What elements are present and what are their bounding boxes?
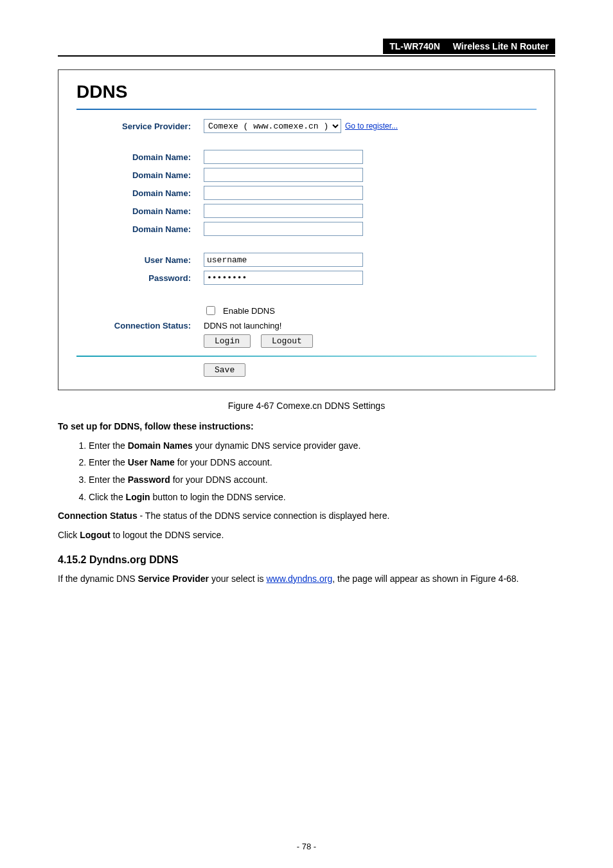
domain-name-input-5[interactable] [204, 222, 363, 236]
domain-name-label-4: Domain Name: [76, 206, 204, 216]
enable-ddns-checkbox[interactable] [206, 306, 215, 315]
dyndns-link[interactable]: www.dyndns.org [267, 574, 333, 584]
panel-title: DDNS [76, 82, 537, 102]
separator-bottom [76, 356, 537, 357]
domain-name-label-1: Domain Name: [76, 152, 204, 162]
subsection-heading: 4.15.2 Dyndns.org DDNS [58, 554, 555, 566]
connection-status-desc: Connection Status - The status of the DD… [58, 509, 555, 523]
logout-button[interactable]: Logout [261, 334, 313, 348]
page-number: - 78 - [0, 842, 613, 851]
domain-name-input-2[interactable] [204, 168, 363, 182]
enable-ddns-label: Enable DDNS [223, 306, 275, 316]
ddns-panel: DDNS Service Provider: Comexe ( www.come… [58, 69, 555, 390]
instructions-heading: To set up for DDNS, follow these instruc… [58, 421, 254, 431]
password-input[interactable] [204, 271, 363, 285]
step-4: Click the Login button to login the DDNS… [89, 491, 555, 505]
connection-status-value: DDNS not launching! [204, 321, 281, 330]
dyndns-paragraph: If the dynamic DNS Service Provider your… [58, 572, 555, 586]
domain-name-input-4[interactable] [204, 204, 363, 218]
step-2: Enter the User Name for your DDNS accoun… [89, 456, 555, 470]
logout-desc: Click Logout to logout the DDNS service. [58, 529, 555, 543]
service-provider-label: Service Provider: [76, 122, 204, 131]
domain-name-label-2: Domain Name: [76, 170, 204, 180]
go-to-register-link[interactable]: Go to register... [345, 122, 398, 131]
separator-top [76, 109, 537, 110]
domain-name-label-3: Domain Name: [76, 188, 204, 198]
user-name-label: User Name: [76, 255, 204, 265]
login-button[interactable]: Login [204, 334, 251, 348]
step-1: Enter the Domain Names your dynamic DNS … [89, 439, 555, 453]
figure-caption: Figure 4-67 Comexe.cn DDNS Settings [58, 401, 555, 411]
header-model: TL-WR740N [383, 39, 447, 54]
domain-name-input-1[interactable] [204, 150, 363, 164]
header-product: Wireless Lite N Router [447, 39, 555, 54]
connection-status-label: Connection Status: [76, 321, 204, 330]
password-label: Password: [76, 273, 204, 283]
step-3: Enter the Password for your DDNS account… [89, 473, 555, 487]
service-provider-select[interactable]: Comexe ( www.comexe.cn ) [204, 119, 341, 133]
domain-name-label-5: Domain Name: [76, 224, 204, 234]
domain-name-input-3[interactable] [204, 186, 363, 200]
save-button[interactable]: Save [204, 363, 245, 377]
user-name-input[interactable] [204, 253, 363, 267]
